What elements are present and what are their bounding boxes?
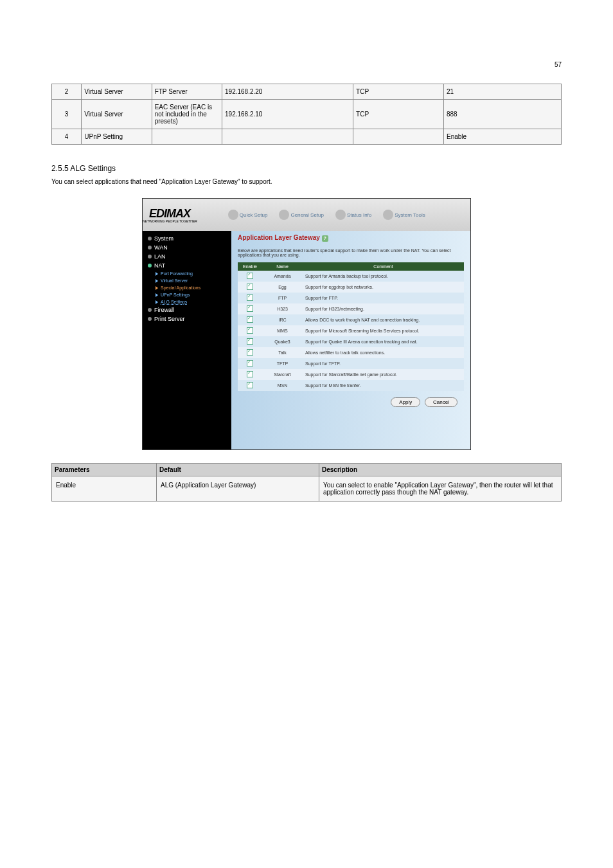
cell-num: 4 (52, 129, 82, 145)
cell-name: MMS (262, 325, 303, 336)
sidebar-item-virtual-server[interactable]: Virtual Server (148, 277, 231, 284)
arrow-icon (155, 300, 158, 304)
th-description: Description (319, 464, 562, 476)
sidebar-item-wan[interactable]: WAN (148, 243, 231, 252)
cell-comment: Allows DCC to work though NAT and connec… (303, 314, 464, 325)
cell-comment: Support for FTP. (303, 293, 464, 303)
cell-name: Egg (262, 282, 303, 293)
topbar: EDIMAX NETWORKING PEOPLE TOGETHER Quick … (143, 199, 470, 231)
cell-comment: Allows netfilter to track talk connectio… (303, 347, 464, 358)
cell: UPnP Setting (82, 129, 152, 145)
cell: Enable (443, 129, 561, 145)
enable-checkbox[interactable] (247, 349, 253, 356)
arrow-icon (155, 279, 158, 283)
enable-checkbox[interactable] (247, 371, 253, 377)
main-panel: Application Layer Gateway ? Below are ap… (231, 199, 470, 449)
apply-button[interactable]: Apply (391, 397, 420, 407)
tab-general-setup[interactable]: General Setup (274, 207, 329, 222)
cell: TCP (353, 84, 444, 100)
upper-settings-table: 2 Virtual Server FTP Server 192.168.2.20… (51, 84, 562, 145)
table-row: TalkAllows netfilter to track talk conne… (238, 347, 464, 358)
table-row: MSNSupport for MSN file tranfer. (238, 380, 464, 391)
cell-name: H323 (262, 303, 303, 314)
enable-checkbox[interactable] (247, 327, 253, 334)
enable-checkbox[interactable] (247, 338, 253, 345)
sidebar-item-firewall[interactable]: Firewall (148, 305, 231, 314)
bullet-icon (148, 264, 152, 267)
enable-checkbox[interactable] (247, 273, 253, 279)
arrow-icon (155, 293, 158, 297)
page-number: 57 (555, 61, 562, 68)
enable-checkbox[interactable] (247, 360, 253, 366)
cell (222, 129, 353, 145)
table-row: EggSupport for eggdrop bot networks. (238, 282, 464, 293)
bullet-icon (148, 308, 152, 312)
table-header-row: Enable Name Comment (238, 262, 464, 271)
button-bar: Apply Cancel (238, 397, 464, 407)
table-row: StarcraftSupport for Starcraft/Battle.ne… (238, 369, 464, 380)
cancel-button[interactable]: Cancel (425, 397, 458, 407)
sidebar-item-system[interactable]: System (148, 234, 231, 243)
sidebar-item-alg[interactable]: ALG Settings (148, 298, 231, 305)
cell: EAC Server (EAC is not included in the p… (152, 100, 222, 129)
cell-name: Quake3 (262, 336, 303, 347)
enable-checkbox[interactable] (247, 382, 253, 388)
cell-name: TFTP (262, 358, 303, 369)
section-heading: 2.5.5 ALG Settings (51, 164, 562, 173)
cell: 192.168.2.20 (222, 84, 353, 100)
bullet-icon (148, 317, 152, 321)
table-header-row: Parameters Default Description (52, 464, 562, 476)
cell-comment: Support for eggdrop bot networks. (303, 282, 464, 293)
cell-name: Talk (262, 347, 303, 358)
sidebar-item-nat[interactable]: NAT (148, 261, 231, 270)
sidebar-item-special-apps[interactable]: Special Applications (148, 284, 231, 291)
cell: 888 (443, 100, 561, 129)
alg-table: Enable Name Comment AmandaSupport for Am… (238, 262, 464, 391)
sidebar-item-lan[interactable]: LAN (148, 252, 231, 261)
bullet-icon (148, 246, 152, 249)
enable-checkbox[interactable] (247, 316, 253, 323)
cell-comment: Support for Starcraft/Battle.net game pr… (303, 369, 464, 380)
cell: 192.168.2.10 (222, 100, 353, 129)
th-enable: Enable (238, 262, 262, 271)
cell-default: ALG (Application Layer Gateway) (157, 476, 319, 502)
tab-system-tools[interactable]: System Tools (378, 207, 430, 222)
th-comment: Comment (303, 262, 464, 271)
top-tabs: Quick Setup General Setup Status Info Sy… (223, 207, 431, 222)
enable-checkbox[interactable] (247, 284, 253, 290)
sidebar-item-port-forwarding[interactable]: Port Forwarding (148, 270, 231, 277)
tab-icon (228, 210, 238, 220)
cell-name: IRC (262, 314, 303, 325)
cell: TCP (353, 100, 444, 129)
logo: EDIMAX NETWORKING PEOPLE TOGETHER (143, 207, 197, 223)
enable-checkbox[interactable] (247, 294, 253, 301)
cell: FTP Server (152, 84, 222, 100)
table-row: 4 UPnP Setting Enable (52, 129, 562, 145)
cell-desc: You can select to enable "Application La… (319, 476, 562, 502)
table-row: TFTPSupport for TFTP. (238, 358, 464, 369)
section-text: You can select applications that need "A… (51, 178, 562, 185)
table-row: H323Support for H323/netmeeting. (238, 303, 464, 314)
help-icon[interactable]: ? (322, 235, 328, 242)
table-row: AmandaSupport for Amanda backup tool pro… (238, 271, 464, 282)
tab-icon (279, 210, 289, 220)
sidebar: System WAN LAN NAT Port Forwarding Virtu… (143, 199, 231, 449)
cell-comment: Support for TFTP. (303, 358, 464, 369)
enable-checkbox[interactable] (247, 305, 253, 312)
cell: Virtual Server (82, 100, 152, 129)
th-parameters: Parameters (52, 464, 157, 476)
tab-status-info[interactable]: Status Info (330, 207, 377, 222)
sidebar-item-upnp[interactable]: UPnP Settings (148, 291, 231, 298)
cell-name: FTP (262, 293, 303, 303)
panel-description: Below are applications that need router'… (238, 248, 464, 257)
table-row: 2 Virtual Server FTP Server 192.168.2.20… (52, 84, 562, 100)
tab-icon (335, 210, 346, 220)
arrow-icon (155, 272, 158, 276)
th-name: Name (262, 262, 303, 271)
router-screenshot: EDIMAX NETWORKING PEOPLE TOGETHER Quick … (142, 198, 471, 450)
tab-quick-setup[interactable]: Quick Setup (223, 207, 273, 222)
cell-comment: Support for Microsoft Streaming Media Se… (303, 325, 464, 336)
table-row: Enable ALG (Application Layer Gateway) Y… (52, 476, 562, 502)
cell-param: Enable (52, 476, 157, 502)
sidebar-item-print-server[interactable]: Print Server (148, 314, 231, 323)
